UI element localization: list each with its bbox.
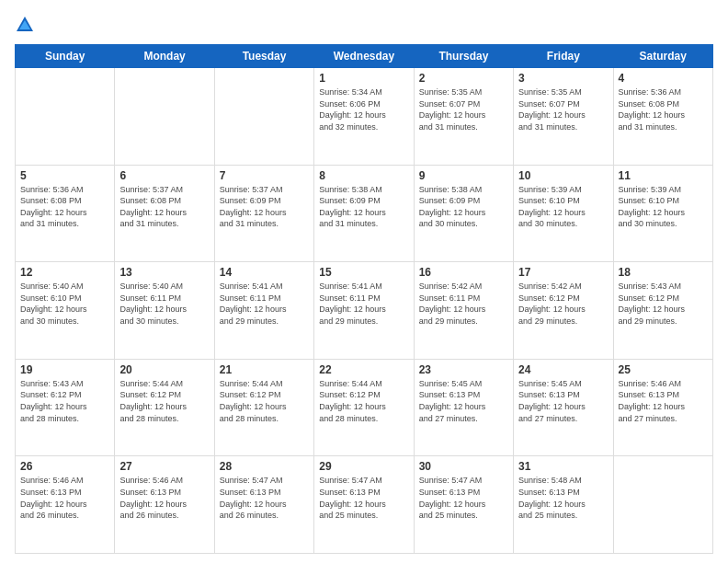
day-info: Sunrise: 5:43 AM Sunset: 6:12 PM Dayligh… (619, 281, 708, 327)
calendar-cell: 5Sunrise: 5:36 AM Sunset: 6:08 PM Daylig… (16, 165, 115, 262)
calendar-cell: 12Sunrise: 5:40 AM Sunset: 6:10 PM Dayli… (16, 262, 115, 360)
calendar-cell: 7Sunrise: 5:37 AM Sunset: 6:09 PM Daylig… (214, 165, 313, 262)
day-info: Sunrise: 5:37 AM Sunset: 6:08 PM Dayligh… (119, 184, 209, 230)
calendar-cell: 25Sunrise: 5:46 AM Sunset: 6:13 PM Dayli… (613, 359, 712, 456)
day-number: 30 (419, 460, 508, 473)
weekday-header-row: SundayMondayTuesdayWednesdayThursdayFrid… (16, 45, 713, 68)
calendar-cell (16, 68, 115, 166)
day-info: Sunrise: 5:35 AM Sunset: 6:07 PM Dayligh… (419, 86, 508, 132)
day-number: 18 (619, 266, 708, 279)
day-info: Sunrise: 5:46 AM Sunset: 6:13 PM Dayligh… (619, 378, 708, 424)
day-info: Sunrise: 5:39 AM Sunset: 6:10 PM Dayligh… (619, 184, 708, 230)
day-number: 12 (20, 266, 109, 279)
calendar-cell: 14Sunrise: 5:41 AM Sunset: 6:11 PM Dayli… (214, 262, 313, 360)
day-number: 25 (619, 363, 708, 376)
calendar-week-row: 1Sunrise: 5:34 AM Sunset: 6:06 PM Daylig… (16, 68, 713, 166)
day-number: 5 (20, 169, 109, 182)
day-info: Sunrise: 5:41 AM Sunset: 6:11 PM Dayligh… (220, 281, 309, 327)
day-info: Sunrise: 5:43 AM Sunset: 6:12 PM Dayligh… (20, 378, 109, 424)
day-info: Sunrise: 5:45 AM Sunset: 6:13 PM Dayligh… (419, 378, 508, 424)
calendar-cell: 28Sunrise: 5:47 AM Sunset: 6:13 PM Dayli… (214, 456, 313, 554)
weekday-header: Sunday (16, 45, 115, 68)
day-info: Sunrise: 5:38 AM Sunset: 6:09 PM Dayligh… (419, 184, 508, 230)
calendar-cell: 16Sunrise: 5:42 AM Sunset: 6:11 PM Dayli… (414, 262, 513, 360)
day-info: Sunrise: 5:37 AM Sunset: 6:09 PM Dayligh… (220, 184, 309, 230)
calendar-cell: 15Sunrise: 5:41 AM Sunset: 6:11 PM Dayli… (314, 262, 414, 360)
calendar-cell (214, 68, 313, 166)
day-info: Sunrise: 5:36 AM Sunset: 6:08 PM Dayligh… (20, 184, 109, 230)
weekday-header: Saturday (613, 45, 712, 68)
day-number: 6 (119, 169, 209, 182)
calendar-cell: 10Sunrise: 5:39 AM Sunset: 6:10 PM Dayli… (514, 165, 613, 262)
day-number: 29 (319, 460, 408, 473)
day-number: 21 (220, 363, 309, 376)
day-info: Sunrise: 5:42 AM Sunset: 6:12 PM Dayligh… (518, 281, 608, 327)
calendar-cell: 4Sunrise: 5:36 AM Sunset: 6:08 PM Daylig… (613, 68, 712, 166)
calendar-cell (613, 456, 712, 554)
calendar-cell: 2Sunrise: 5:35 AM Sunset: 6:07 PM Daylig… (414, 68, 513, 166)
weekday-header: Monday (115, 45, 214, 68)
header (15, 15, 713, 35)
calendar-week-row: 5Sunrise: 5:36 AM Sunset: 6:08 PM Daylig… (16, 165, 713, 262)
day-info: Sunrise: 5:38 AM Sunset: 6:09 PM Dayligh… (319, 184, 408, 230)
calendar-cell: 18Sunrise: 5:43 AM Sunset: 6:12 PM Dayli… (613, 262, 712, 360)
calendar-cell: 9Sunrise: 5:38 AM Sunset: 6:09 PM Daylig… (414, 165, 513, 262)
day-number: 13 (119, 266, 209, 279)
day-number: 7 (220, 169, 309, 182)
calendar-cell: 6Sunrise: 5:37 AM Sunset: 6:08 PM Daylig… (115, 165, 214, 262)
day-number: 16 (419, 266, 508, 279)
day-info: Sunrise: 5:42 AM Sunset: 6:11 PM Dayligh… (419, 281, 508, 327)
calendar-table: SundayMondayTuesdayWednesdayThursdayFrid… (15, 44, 713, 554)
calendar-cell: 29Sunrise: 5:47 AM Sunset: 6:13 PM Dayli… (314, 456, 414, 554)
day-info: Sunrise: 5:44 AM Sunset: 6:12 PM Dayligh… (319, 378, 408, 424)
day-info: Sunrise: 5:39 AM Sunset: 6:10 PM Dayligh… (518, 184, 608, 230)
day-info: Sunrise: 5:45 AM Sunset: 6:13 PM Dayligh… (518, 378, 608, 424)
day-number: 11 (619, 169, 708, 182)
day-number: 27 (119, 460, 209, 473)
logo (15, 15, 39, 35)
day-info: Sunrise: 5:44 AM Sunset: 6:12 PM Dayligh… (119, 378, 209, 424)
day-number: 9 (419, 169, 508, 182)
logo-icon (15, 15, 35, 35)
page: SundayMondayTuesdayWednesdayThursdayFrid… (0, 0, 728, 563)
calendar-cell: 21Sunrise: 5:44 AM Sunset: 6:12 PM Dayli… (214, 359, 313, 456)
day-info: Sunrise: 5:48 AM Sunset: 6:13 PM Dayligh… (518, 475, 608, 521)
day-number: 24 (518, 363, 608, 376)
day-info: Sunrise: 5:46 AM Sunset: 6:13 PM Dayligh… (119, 475, 209, 521)
day-info: Sunrise: 5:35 AM Sunset: 6:07 PM Dayligh… (518, 86, 608, 132)
weekday-header: Friday (514, 45, 613, 68)
weekday-header: Tuesday (214, 45, 313, 68)
day-number: 19 (20, 363, 109, 376)
calendar-cell (115, 68, 214, 166)
calendar-cell: 17Sunrise: 5:42 AM Sunset: 6:12 PM Dayli… (514, 262, 613, 360)
day-number: 1 (319, 72, 408, 85)
day-info: Sunrise: 5:34 AM Sunset: 6:06 PM Dayligh… (319, 86, 408, 132)
day-info: Sunrise: 5:41 AM Sunset: 6:11 PM Dayligh… (319, 281, 408, 327)
day-info: Sunrise: 5:44 AM Sunset: 6:12 PM Dayligh… (220, 378, 309, 424)
calendar-cell: 30Sunrise: 5:47 AM Sunset: 6:13 PM Dayli… (414, 456, 513, 554)
day-number: 17 (518, 266, 608, 279)
day-info: Sunrise: 5:46 AM Sunset: 6:13 PM Dayligh… (20, 475, 109, 521)
day-info: Sunrise: 5:40 AM Sunset: 6:10 PM Dayligh… (20, 281, 109, 327)
calendar-cell: 31Sunrise: 5:48 AM Sunset: 6:13 PM Dayli… (514, 456, 613, 554)
day-info: Sunrise: 5:47 AM Sunset: 6:13 PM Dayligh… (220, 475, 309, 521)
day-number: 26 (20, 460, 109, 473)
day-number: 2 (419, 72, 508, 85)
day-number: 20 (119, 363, 209, 376)
day-number: 8 (319, 169, 408, 182)
day-number: 22 (319, 363, 408, 376)
day-number: 3 (518, 72, 608, 85)
day-number: 10 (518, 169, 608, 182)
calendar-cell: 23Sunrise: 5:45 AM Sunset: 6:13 PM Dayli… (414, 359, 513, 456)
calendar-cell: 3Sunrise: 5:35 AM Sunset: 6:07 PM Daylig… (514, 68, 613, 166)
calendar-cell: 11Sunrise: 5:39 AM Sunset: 6:10 PM Dayli… (613, 165, 712, 262)
calendar-cell: 8Sunrise: 5:38 AM Sunset: 6:09 PM Daylig… (314, 165, 414, 262)
calendar-cell: 19Sunrise: 5:43 AM Sunset: 6:12 PM Dayli… (16, 359, 115, 456)
day-number: 14 (220, 266, 309, 279)
day-number: 15 (319, 266, 408, 279)
day-number: 28 (220, 460, 309, 473)
weekday-header: Wednesday (314, 45, 414, 68)
calendar-cell: 24Sunrise: 5:45 AM Sunset: 6:13 PM Dayli… (514, 359, 613, 456)
calendar-cell: 13Sunrise: 5:40 AM Sunset: 6:11 PM Dayli… (115, 262, 214, 360)
day-number: 23 (419, 363, 508, 376)
